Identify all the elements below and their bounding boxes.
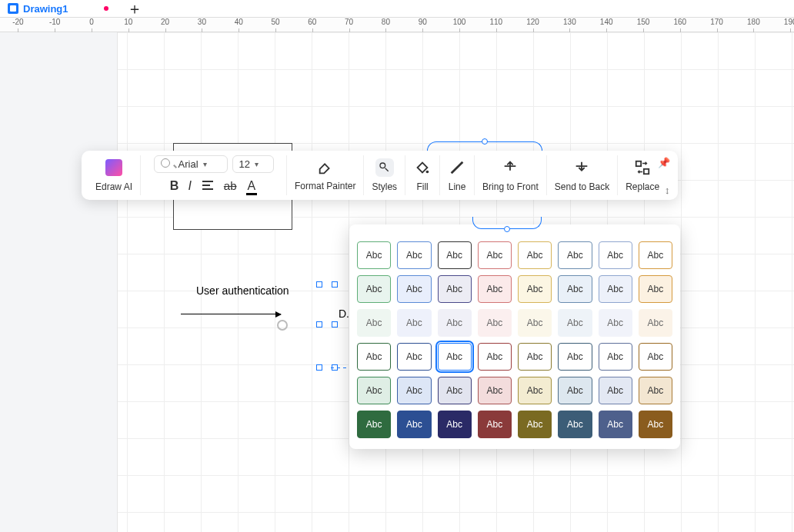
style-swatch[interactable]: Abc — [518, 411, 552, 438]
style-swatch[interactable]: Abc — [397, 343, 431, 371]
align-button[interactable] — [201, 179, 215, 195]
style-swatch[interactable]: Abc — [558, 343, 592, 371]
style-swatch[interactable]: Abc — [478, 411, 512, 438]
ruler-tick: 140 — [600, 18, 613, 26]
style-swatch[interactable]: Abc — [558, 309, 592, 337]
line-button[interactable]: Line — [440, 155, 475, 195]
rounded-shape-top-edge[interactable] — [427, 141, 542, 151]
style-swatch[interactable]: Abc — [518, 275, 552, 303]
style-swatch[interactable]: Abc — [357, 241, 391, 269]
unsaved-indicator-icon — [104, 6, 108, 11]
style-swatch[interactable]: Abc — [357, 309, 391, 337]
style-swatch[interactable]: Abc — [438, 343, 472, 371]
pin-icon[interactable]: 📌 — [658, 157, 670, 168]
style-swatch[interactable]: Abc — [478, 309, 512, 337]
style-swatch[interactable]: Abc — [397, 411, 431, 438]
ruler-tick: 30 — [198, 18, 206, 26]
style-swatch[interactable]: Abc — [397, 241, 431, 269]
ruler-tick: 160 — [673, 18, 686, 26]
context-toolbar: 📌 ⤡ Edraw AI Arial ▾ 12 ▾ B I ab A Forma… — [82, 151, 678, 200]
chevron-down-icon: ▾ — [203, 160, 207, 168]
ruler-tick: 0 — [89, 18, 94, 26]
style-swatch[interactable]: Abc — [397, 275, 431, 303]
format-painter-label: Format Painter — [295, 181, 355, 191]
font-size: 12 — [239, 158, 250, 170]
font-controls: Arial ▾ 12 ▾ B I ab A — [141, 155, 287, 195]
connector-label[interactable]: User authentication — [196, 284, 289, 297]
font-color-button[interactable]: A — [246, 179, 258, 195]
style-swatch[interactable]: Abc — [599, 377, 632, 404]
send-to-back-button[interactable]: Send to Back — [547, 155, 618, 195]
style-swatch[interactable]: Abc — [558, 377, 592, 404]
font-family-select[interactable]: Arial ▾ — [154, 155, 228, 173]
ruler-tick: 10 — [124, 18, 132, 26]
style-swatch[interactable]: Abc — [478, 241, 512, 269]
style-swatch[interactable]: Abc — [357, 411, 391, 438]
style-swatch[interactable]: Abc — [599, 411, 632, 438]
send-back-label: Send to Back — [555, 181, 609, 192]
style-swatch[interactable]: Abc — [639, 309, 672, 337]
font-size-select[interactable]: 12 ▾ — [232, 155, 274, 173]
style-swatch[interactable]: Abc — [478, 343, 512, 371]
style-swatch[interactable]: Abc — [397, 377, 431, 404]
ruler-tick: 50 — [271, 18, 279, 26]
resize-handle[interactable] — [316, 364, 322, 371]
resize-handle[interactable] — [316, 281, 322, 288]
resize-handle[interactable] — [332, 321, 338, 328]
style-swatch[interactable]: Abc — [438, 275, 472, 303]
style-swatch[interactable]: Abc — [518, 241, 552, 269]
bold-button[interactable]: B — [170, 179, 179, 195]
svg-rect-3 — [644, 169, 649, 174]
styles-button[interactable]: Styles — [364, 155, 405, 195]
document-tab[interactable]: Drawing1 — [3, 3, 113, 15]
style-swatch[interactable]: Abc — [438, 377, 472, 404]
connector-arrow[interactable] — [181, 314, 281, 314]
style-swatch[interactable]: Abc — [599, 343, 632, 371]
style-swatch[interactable]: Abc — [639, 343, 672, 371]
italic-button[interactable]: I — [188, 179, 191, 195]
bring-front-label: Bring to Front — [482, 181, 539, 192]
style-swatch[interactable]: Abc — [397, 309, 431, 337]
ruler-tick: 80 — [382, 18, 390, 26]
svg-point-1 — [426, 171, 429, 174]
style-swatch[interactable]: Abc — [357, 343, 391, 371]
new-tab-button[interactable]: ＋ — [127, 0, 142, 19]
selected-shape[interactable] — [319, 284, 350, 367]
style-swatch[interactable]: Abc — [558, 411, 592, 438]
style-swatch[interactable]: Abc — [558, 241, 592, 269]
style-swatch[interactable]: Abc — [639, 411, 672, 438]
style-swatch[interactable]: Abc — [558, 275, 592, 303]
style-swatch[interactable]: Abc — [518, 343, 552, 371]
connection-handle[interactable] — [482, 138, 488, 145]
style-swatch[interactable]: Abc — [438, 309, 472, 337]
resize-handle[interactable] — [332, 281, 338, 288]
strikethrough-button[interactable]: ab — [224, 179, 237, 195]
font-name: Arial — [178, 158, 198, 170]
svg-rect-2 — [636, 161, 641, 166]
ai-button[interactable]: Edraw AI — [88, 155, 141, 195]
style-swatch[interactable]: Abc — [357, 275, 391, 303]
styles-label: Styles — [372, 181, 397, 192]
style-swatch[interactable]: Abc — [438, 241, 472, 269]
bring-to-front-button[interactable]: Bring to Front — [475, 155, 547, 195]
style-swatch[interactable]: Abc — [639, 241, 672, 269]
resize-handle[interactable] — [316, 321, 322, 328]
document-icon — [8, 3, 18, 14]
style-swatch[interactable]: Abc — [518, 309, 552, 337]
format-painter-button[interactable]: Format Painter — [287, 155, 364, 195]
rotation-handle-icon[interactable] — [277, 320, 288, 331]
svg-point-0 — [380, 163, 385, 168]
style-swatch[interactable]: Abc — [639, 275, 672, 303]
tab-bar: Drawing1 ＋ — [0, 0, 794, 17]
style-swatch[interactable]: Abc — [639, 377, 672, 404]
style-swatch[interactable]: Abc — [599, 275, 632, 303]
style-swatch[interactable]: Abc — [478, 377, 512, 404]
style-swatch[interactable]: Abc — [599, 309, 632, 337]
style-swatch-grid: AbcAbcAbcAbcAbcAbcAbcAbcAbcAbcAbcAbcAbcA… — [357, 241, 672, 438]
style-swatch[interactable]: Abc — [599, 241, 632, 269]
style-swatch[interactable]: Abc — [478, 275, 512, 303]
style-swatch[interactable]: Abc — [357, 377, 391, 404]
style-swatch[interactable]: Abc — [518, 377, 552, 404]
fill-button[interactable]: Fill — [405, 155, 440, 195]
style-swatch[interactable]: Abc — [438, 411, 472, 438]
